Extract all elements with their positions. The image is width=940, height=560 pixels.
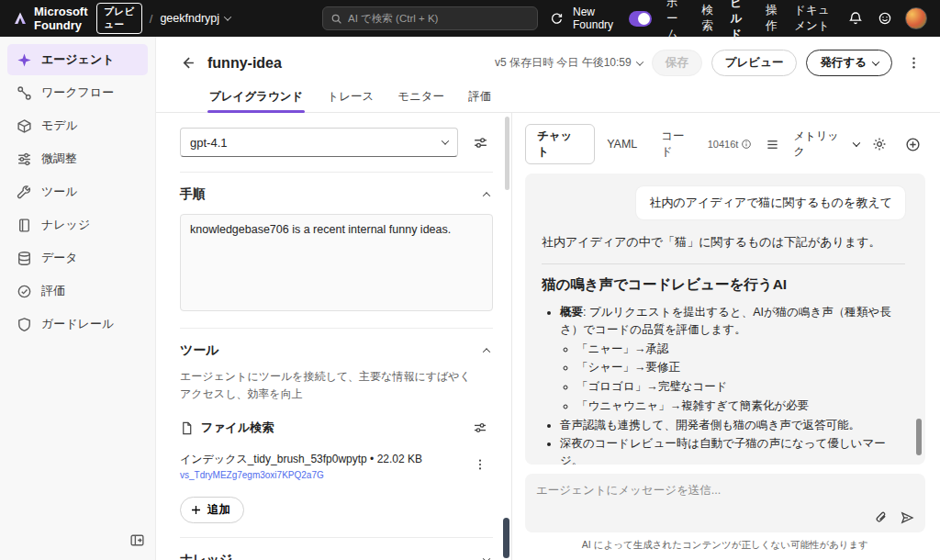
response-sub-bullet: 「ニャー」→承認 (576, 341, 905, 358)
preview-badge: プレビュー (96, 3, 141, 34)
sidebar-item-label: ガードレール (41, 316, 114, 332)
document-icon (180, 421, 194, 435)
foundry-logo-brand[interactable]: Microsoft Foundry (13, 5, 89, 32)
model-name: gpt-4.1 (190, 136, 227, 150)
chat-panel: チャット YAML コード 10416t (512, 113, 940, 560)
new-foundry-toggle[interactable] (629, 11, 652, 27)
divider (542, 263, 905, 264)
sidebar-item-workflows[interactable]: ワークフロー (7, 77, 148, 108)
sidebar-item-tools[interactable]: ツール (7, 176, 148, 207)
save-button[interactable]: 保存 (652, 50, 702, 76)
tab-yaml[interactable]: YAML (595, 133, 649, 155)
add-label: 追加 (207, 502, 230, 518)
config-scrollbar-thumb[interactable] (505, 117, 509, 190)
breadcrumb-separator: / (150, 12, 153, 26)
sidebar-item-models[interactable]: モデル (7, 110, 148, 141)
sidebar-item-label: モデル (41, 118, 78, 134)
new-thread-icon[interactable] (901, 131, 925, 157)
chat-message-input[interactable] (536, 483, 914, 510)
tab-chat[interactable]: チャット (525, 124, 595, 164)
search-input[interactable] (348, 13, 530, 24)
token-count-value: 10416t (708, 139, 739, 150)
info-icon (741, 139, 752, 150)
config-scrollbar-thumb-bottom[interactable] (503, 518, 509, 558)
index-name: インデックス_tidy_brush_53fp0wpytp • 22.02 KB (180, 452, 467, 467)
sidebar-item-evaluation[interactable]: 評価 (7, 275, 148, 307)
workflow-icon (17, 85, 32, 101)
chevron-down-icon (483, 555, 490, 560)
response-sub-bullet: 「シャー」→要修正 (576, 359, 905, 376)
sidebar-item-label: ナレッジ (41, 217, 90, 233)
global-search[interactable] (322, 6, 538, 30)
assistant-intro: 社内アイディアの中で「猫」に関するものは下記があります。 (542, 234, 905, 251)
model-settings-icon[interactable] (467, 129, 493, 155)
chat-tabs: チャット YAML コード 10416t (525, 124, 925, 164)
sidebar-item-label: 微調整 (41, 151, 77, 167)
chat-input-box[interactable] (525, 474, 925, 532)
topbar: Microsoft Foundry プレビュー / geekfndrypj Ne… (0, 0, 940, 37)
tab-code[interactable]: コード (649, 124, 707, 164)
instructions-title: 手順 (180, 186, 206, 203)
attachment-paperclip-icon[interactable] (874, 510, 889, 525)
instructions-header[interactable]: 手順 (180, 185, 493, 205)
metrics-dropdown[interactable]: メトリック (793, 129, 858, 160)
agent-config-panel: gpt-4.1 手順 knowledgebase706 is a recent … (156, 113, 512, 560)
list-view-icon[interactable] (760, 131, 785, 157)
tools-title: ツール (180, 342, 219, 359)
refresh-icon[interactable] (547, 9, 565, 28)
model-selector[interactable]: gpt-4.1 (180, 128, 458, 157)
sidebar-item-finetuning[interactable]: 微調整 (7, 143, 148, 174)
sidebar-item-label: エージェント (41, 51, 115, 68)
foundry-logo-icon (13, 11, 28, 26)
sidebar-item-knowledge[interactable]: ナレッジ (7, 209, 148, 241)
search-icon (330, 13, 342, 25)
more-menu-icon[interactable] (901, 51, 925, 75)
assistant-heading: 猫の鳴き声でコードレビューを行うAI (542, 275, 905, 295)
brand-name: Microsoft Foundry (34, 5, 89, 32)
gear-icon[interactable] (867, 131, 892, 157)
tab-trace[interactable]: トレース (325, 84, 375, 112)
chat-scrollbar-thumb[interactable] (916, 419, 922, 455)
tools-header[interactable]: ツール (180, 341, 493, 361)
new-foundry-label: New Foundry (573, 6, 621, 31)
instructions-section: 手順 knowledgebase706 is a recent internal… (180, 172, 493, 328)
response-bullet: 音声認識も連携して、開発者側も猫の鳴き声で返答可能。 (560, 417, 905, 434)
tools-section: ツール エージェントにツールを接続して、主要な情報にすばやくアクセスし、効率を向… (180, 328, 493, 537)
preview-button[interactable]: プレビュー (711, 50, 798, 76)
sidebar-item-label: データ (41, 250, 78, 266)
knowledge-header[interactable]: ナレッジ (180, 550, 493, 560)
file-search-row[interactable]: ファイル検索 (180, 415, 493, 441)
file-search-settings-icon[interactable] (467, 415, 493, 441)
project-selector[interactable]: geekfndrypj (160, 12, 230, 25)
sidebar-item-agents[interactable]: エージェント (7, 44, 148, 75)
index-more-icon[interactable] (467, 452, 493, 477)
instructions-textarea[interactable]: knowledgebase706 is a recent internal fu… (180, 214, 493, 311)
user-avatar[interactable] (905, 7, 927, 29)
publish-button[interactable]: 発行する (806, 50, 892, 76)
sidebar-item-data[interactable]: データ (7, 242, 148, 274)
send-icon[interactable] (900, 510, 914, 525)
add-tool-button[interactable]: 追加 (180, 497, 244, 523)
response-bullets: 概要: プルリクエストを提出すると、AIが猫の鳴き声（種類や長さ）でコードの品質… (542, 304, 905, 465)
chevron-up-icon (483, 192, 490, 199)
response-bullet: 深夜のコードレビュー時は自動で子猫の声になって優しいマージ。 (560, 435, 905, 465)
model-cube-icon (17, 118, 32, 134)
version-selector[interactable]: v5 保存日時 今日 午後10:59 (495, 55, 643, 71)
sidebar-item-label: ツール (41, 184, 78, 200)
tools-description: エージェントにツールを接続して、主要な情報にすばやくアクセスし、効率を向上 (180, 368, 471, 402)
check-circle-icon (17, 284, 32, 299)
vector-store-link[interactable]: vs_TdryMEZg7egm3oxi7KPQ2a7G (180, 470, 467, 480)
chevron-down-icon (224, 13, 231, 20)
tab-evaluation[interactable]: 評価 (466, 84, 493, 112)
back-button[interactable] (176, 52, 198, 74)
token-count[interactable]: 10416t (708, 139, 753, 150)
sidebar: エージェント ワークフロー モデル 微調整 ツール ナレッジ データ 評価 (0, 37, 156, 560)
publish-label: 発行する (820, 55, 867, 71)
bell-icon[interactable] (846, 9, 865, 28)
feedback-smiley-icon[interactable] (876, 9, 894, 28)
collapse-sidebar-icon[interactable] (126, 529, 148, 551)
sidebar-item-guardrails[interactable]: ガードレール (7, 308, 148, 340)
tab-playground[interactable]: プレイグラウンド (207, 84, 305, 112)
tab-monitor[interactable]: モニター (396, 84, 446, 112)
chevron-up-icon (483, 348, 490, 355)
